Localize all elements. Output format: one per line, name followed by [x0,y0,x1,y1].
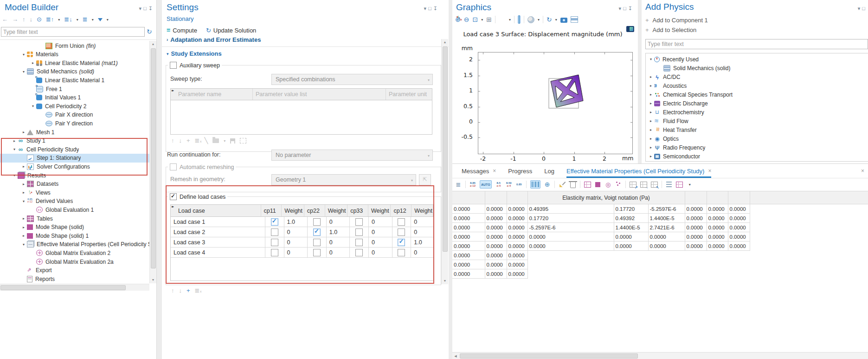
matrix-cell[interactable]: 0.0000 [485,204,507,214]
chevron-right-icon[interactable]: ▸ [20,225,27,229]
precision-decimal-icon[interactable]: 0.85 [516,181,522,188]
scroll-thumb[interactable] [0,285,126,290]
matrix-cell[interactable]: 0.0000 [614,232,648,242]
chevron-down-icon[interactable]: ▾ [20,52,27,57]
matrix-cell[interactable]: -5.2597E-6 [527,223,614,232]
tab-messages[interactable]: Messages× [462,164,496,178]
tree-nodes-icon[interactable]: ≣ [83,16,88,23]
tree-item-cell-periodicity-2[interactable]: ▾Cell Periodicity 2 [0,102,149,111]
chevron-right-icon[interactable]: ▸ [20,216,27,221]
load-case-checkbox-cell[interactable] [350,217,369,227]
run-continuation-select[interactable]: No parameter▾ [271,150,433,161]
matrix-cell[interactable]: 0.0000 [507,269,527,279]
close-icon[interactable]: × [708,168,711,174]
matrix-cell[interactable]: 1.4400E-5 [648,214,685,223]
chevron-down-icon[interactable]: ▾ [11,173,18,177]
matrix-cell[interactable] [648,251,685,260]
load-case-checkbox-cell[interactable] [265,237,284,247]
matrix-cell[interactable]: -5.2597E-6 [648,204,685,214]
load-case-weight-cell[interactable]: 0 [284,248,308,257]
matrix-cell[interactable]: 0.0000 [452,242,485,251]
tree-item-results[interactable]: ▾Results [0,171,149,180]
export-table-icon[interactable]: → [640,181,647,188]
load-case-weight-cell[interactable]: 0 [369,248,392,257]
checkbox-unchecked-icon[interactable] [313,239,321,246]
matrix-cell[interactable] [648,269,685,279]
chevron-right-icon[interactable]: ▸ [30,61,36,65]
tree-item-cell-periodicity-study[interactable]: ▾Cell Periodicity Study [0,145,149,154]
table-scatter-icon[interactable] [615,181,622,188]
matrix-cell[interactable]: 0.0000 [685,214,707,223]
matrix-cell[interactable]: 0.0000 [648,242,685,251]
tree-item-effective-material-properties-cell-periodicity-study[interactable]: ▾Effective Material Properties (Cell Per… [0,240,149,249]
tree-item-electrochemistry[interactable]: ▸Electrochemistry [646,108,868,117]
matrix-cell[interactable]: 0.0000 [685,232,707,242]
matrix-cell[interactable] [707,260,728,269]
delete-table-icon[interactable] [570,182,576,188]
matrix-cell[interactable] [728,269,750,279]
matrix-row[interactable]: 0.00000.00000.0000 [452,251,868,260]
move-up-icon[interactable]: ↑ [171,287,174,294]
matrix-cell[interactable]: 0.0000 [507,204,527,214]
load-case-checkbox-cell[interactable] [392,248,411,257]
tree-item-form-union[interactable]: Form Union(fin) [0,41,149,50]
scroll-up-icon[interactable]: ▲ [150,41,156,47]
matrix-cell[interactable]: 0.0000 [707,242,728,251]
load-case-weight-cell[interactable]: 1.0 [411,237,433,247]
matrix-cell[interactable]: 0.0000 [707,232,728,242]
load-case-checkbox-cell[interactable] [350,248,369,257]
load-case-row[interactable]: Load case 40000 [171,248,433,258]
chevron-right-icon[interactable]: ▸ [648,75,654,79]
view-orientation-icon[interactable] [499,16,506,23]
matrix-cell[interactable]: 0.0000 [507,223,527,232]
load-case-weight-cell[interactable]: 0 [411,248,433,257]
table-sound-icon[interactable]: ◎ [605,181,611,188]
chevron-right-icon[interactable]: ▸ [648,154,654,158]
matrix-cell[interactable] [707,269,728,279]
add-to-component-button[interactable]: + Add to Component 1 [645,17,708,24]
print-icon[interactable] [571,16,578,23]
clear-table-icon[interactable]: ╲ [205,137,208,144]
matrix-cell[interactable]: 0.0000 [707,214,728,223]
matrix-row[interactable]: 0.00000.00000.0000 [452,260,868,269]
matrix-cell[interactable]: 0.0000 [452,260,485,269]
load-case-weight-cell[interactable]: 0 [369,217,392,227]
load-case-checkbox-cell[interactable] [265,248,284,257]
tree-item-acoustics[interactable]: ▸Acoustics [646,81,868,90]
delete-icon[interactable]: ≣ [195,137,200,144]
matrix-cell[interactable]: 0.0000 [728,214,750,223]
copy-table-icon[interactable]: ↗ [630,181,637,188]
move-up-icon[interactable]: ↑ [171,137,174,144]
add-physics-window-controls[interactable]: ▾□ [858,6,867,12]
matrix-cell[interactable]: 0.0000 [728,232,750,242]
matrix-row[interactable]: 0.00000.00000.00000.493950.17720-5.2597E… [452,204,868,214]
scroll-down-icon[interactable]: ▼ [150,277,156,283]
load-case-name[interactable]: Load case 1 [171,217,265,227]
matrix-cell[interactable]: 0.0000 [485,260,507,269]
graphics-window-controls[interactable]: ▾□↧ [619,6,634,12]
tree-item-tables[interactable]: ▸Tables [0,214,149,223]
checkbox-unchecked-icon[interactable] [355,239,363,246]
tree-item-mode-shape-solid[interactable]: ▸Mode Shape (solid) [0,223,149,232]
settings-vscrollbar[interactable]: ▲ ▼ [441,39,448,284]
row-pairs-icon[interactable] [666,181,672,188]
chevron-right-icon[interactable]: ▸ [648,110,654,114]
load-case-checkbox-cell[interactable] [308,227,327,237]
matrix-cell[interactable]: 0.0000 [728,242,750,251]
collapse-tree-caret[interactable]: ▾ [77,18,78,22]
checkbox-unchecked-icon[interactable] [398,249,405,256]
matrix-cell[interactable]: 0.0000 [685,223,707,232]
tree-item-solid-mechanics[interactable]: ▾Solid Mechanics(solid) [0,67,149,76]
model-builder-window-controls[interactable]: ▾□↧ [139,6,154,12]
add-to-selection-button[interactable]: + Add to Selection [645,26,696,33]
back-arrow-icon[interactable]: ← [2,16,8,23]
chevron-right-icon[interactable]: ▸ [11,139,18,143]
tree-item-linear-elastic-material[interactable]: ▸Linear Elastic Material(mat1) [0,59,149,67]
load-case-weight-cell[interactable]: 0 [369,237,392,247]
load-case-checkbox-cell[interactable] [392,227,411,237]
tree-item-global-matrix-evaluation-2a[interactable]: Global Matrix Evaluation 2a [0,257,149,266]
matrix-cell[interactable] [685,251,707,260]
sweep-type-select[interactable]: Specified combinations▾ [271,74,433,85]
chevron-down-icon[interactable]: ▾ [648,57,654,61]
full-table-icon[interactable] [676,181,683,188]
